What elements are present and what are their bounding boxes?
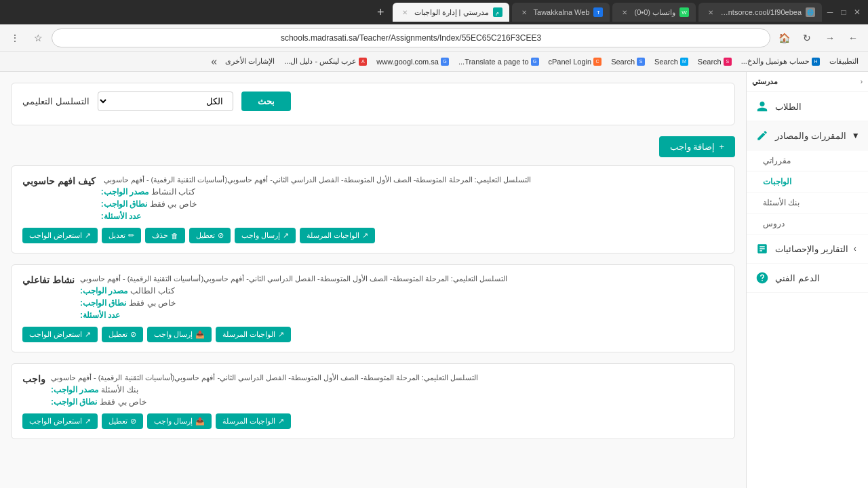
- edit-label-1: تعديل: [108, 231, 125, 240]
- assignment-1-title: كيف افهم حاسوبي: [22, 176, 96, 186]
- edit-icon-1: ✏: [128, 231, 134, 240]
- tab-2-favicon: W: [679, 7, 689, 17]
- tab-1[interactable]: 🌐 https://untsorce.cool/1f90ebea:... ✕: [698, 3, 822, 22]
- bookmark-arablinux-label: عرب لينكس - دليل ال...: [284, 57, 357, 66]
- sidebar-item-mycourses[interactable]: مقرراتي: [747, 150, 868, 171]
- form-row-sequential: بحث الكل المرحلة المتوسطة التسلسل التعلي…: [22, 92, 724, 111]
- reports-icon: [755, 241, 770, 256]
- tab-1-favicon: 🌐: [806, 7, 815, 17]
- send-btn-1[interactable]: ↗ إرسال واجب: [235, 228, 296, 243]
- send-btn-2[interactable]: 📤 إرسال واجب: [147, 327, 212, 342]
- browser-chrome: ✕ □ ─ 🌐 https://untsorce.cool/1f90ebea:.…: [0, 0, 868, 72]
- sidebar-toggle[interactable]: ‹: [861, 78, 863, 85]
- window-restore-btn[interactable]: ─: [825, 7, 835, 18]
- back-button[interactable]: ←: [844, 28, 863, 47]
- disable-btn-1[interactable]: ⊘ تعطيل: [189, 228, 231, 243]
- sequential-select[interactable]: الكل المرحلة المتوسطة: [98, 92, 233, 111]
- browse-btn-2[interactable]: ↗ استعراض الواجب: [22, 327, 98, 342]
- bookmark-hotmail[interactable]: H حساب هوتميل والدخ...: [737, 56, 824, 67]
- assignment-card-3: التسلسل التعليمي: المرحلة المتوسطة- الصف…: [11, 363, 735, 439]
- tab-4[interactable]: م مدرستي | إدارة الواجبات ✕: [393, 3, 509, 22]
- bookmark-google[interactable]: G www.googl.com.sa: [372, 56, 453, 67]
- sent-assignments-btn-1[interactable]: ↗ الواجبات المرسلة: [300, 228, 375, 243]
- assignment-3-source-row: بنك الأسئلة مصدر الواجب:: [51, 385, 138, 394]
- delete-icon-1: 🗑: [171, 232, 178, 240]
- add-icon: +: [719, 142, 724, 152]
- assignment-2-meta: التسلسل التعليمي: المرحلة المتوسطة- الصف…: [80, 274, 507, 320]
- forward-button[interactable]: →: [821, 28, 840, 47]
- disable-icon-1: ⊘: [218, 231, 224, 240]
- bookmark-button[interactable]: ☆: [28, 28, 47, 47]
- disable-btn-3[interactable]: ⊘ تعطيل: [102, 413, 143, 429]
- sidebar-logo: مدرستي: [752, 77, 778, 86]
- send-btn-3[interactable]: 📤 إرسال واجب: [147, 413, 212, 429]
- tab-1-title: https://untsorce.cool/1f90ebea:...: [720, 8, 802, 16]
- sent-assignments-btn-3[interactable]: ↗ الواجبات المرسلة: [216, 413, 291, 429]
- tab-3-close[interactable]: ✕: [519, 7, 530, 18]
- sidebar-mycourses-label: مقرراتي: [763, 156, 791, 165]
- tab-4-close[interactable]: ✕: [399, 7, 410, 18]
- window-close-btn[interactable]: ✕: [852, 7, 863, 18]
- bookmark-msn[interactable]: M Search: [650, 56, 692, 67]
- assignment-3-header: التسلسل التعليمي: المرحلة المتوسطة- الصف…: [22, 373, 724, 407]
- sent-assignments-btn-2[interactable]: ↗ الواجبات المرسلة: [216, 327, 291, 342]
- bookmark-arablinux[interactable]: A عرب لينكس - دليل ال...: [280, 56, 371, 67]
- tab-2-close[interactable]: ✕: [619, 7, 630, 18]
- bookmark-other[interactable]: الإشارات الأخرى: [221, 56, 279, 67]
- bookmark-applications[interactable]: التطبيقات: [825, 56, 863, 67]
- support-icon: [755, 270, 770, 285]
- assignment-2-title: نشاط تفاعلي: [22, 274, 75, 285]
- tab-3-title: Tawakkalna Web: [534, 8, 590, 16]
- main-layout: ‹ مدرستي الطلاب ▼ المقررات والمصادر مقرر…: [0, 72, 868, 488]
- sidebar-item-support[interactable]: الدعم الفني: [747, 264, 868, 293]
- browse-btn-3[interactable]: ↗ استعراض الواجب: [22, 413, 98, 429]
- bookmark-translate[interactable]: G Translate a page to...: [454, 56, 543, 67]
- new-tab-button[interactable]: +: [372, 5, 390, 20]
- reload-button[interactable]: ↻: [797, 28, 816, 47]
- bookmark-msn-icon: M: [680, 58, 688, 66]
- bookmark-google-icon: G: [441, 58, 449, 66]
- bookmark-arablinux-icon: A: [359, 58, 367, 66]
- assignment-3-sequential-value: التسلسل التعليمي: المرحلة المتوسطة- الصف…: [51, 373, 478, 382]
- sidebar-item-questionbank[interactable]: بنك الأسئلة: [747, 192, 868, 214]
- bookmark-msn-label: Search: [654, 58, 678, 66]
- edit-btn-1[interactable]: ✏ تعديل: [102, 228, 141, 243]
- sidebar-item-reports[interactable]: › التقارير والإحصائيات: [747, 235, 868, 264]
- assignment-3-scope-value: خاص بي فقط: [100, 397, 146, 407]
- address-bar[interactable]: [52, 28, 770, 47]
- sidebar-item-resources[interactable]: ▼ المقررات والمصادر: [747, 121, 868, 150]
- assignment-2-sequential-row: التسلسل التعليمي: المرحلة المتوسطة- الصف…: [80, 274, 507, 283]
- bookmark-cpanel[interactable]: C cPanel Login: [545, 56, 606, 67]
- bookmark-search1-icon: S: [637, 58, 645, 66]
- sidebar-item-lessons[interactable]: دروس: [747, 214, 868, 235]
- sidebar-item-assignments[interactable]: الواجبات: [747, 171, 868, 192]
- sent-assignments-label-2: الواجبات المرسلة: [222, 330, 275, 339]
- assignment-3-meta: التسلسل التعليمي: المرحلة المتوسطة- الصف…: [51, 373, 478, 407]
- bookmarks-bar: التطبيقات H حساب هوتميل والدخ... S Searc…: [0, 52, 868, 72]
- search-button[interactable]: بحث: [241, 92, 291, 111]
- tab-2[interactable]: W واتساب (0•0) ✕: [612, 3, 696, 22]
- home-button[interactable]: 🏠: [774, 28, 793, 47]
- tab-3[interactable]: T Tawakkalna Web ✕: [512, 3, 610, 22]
- sidebar-item-students[interactable]: الطلاب: [747, 92, 868, 121]
- bookmarks-expand[interactable]: »: [208, 56, 220, 68]
- send-label-1: إرسال واجب: [241, 231, 280, 240]
- settings-button[interactable]: ⋮: [5, 28, 24, 47]
- disable-icon-3: ⊘: [130, 417, 136, 426]
- sidebar-reports-toggle[interactable]: ›: [854, 244, 856, 253]
- assignment-2-source-row: كتاب الطالب مصدر الواجب:: [80, 286, 175, 296]
- sent-assignments-icon-2: ↗: [278, 330, 284, 339]
- disable-btn-2[interactable]: ⊘ تعطيل: [102, 327, 143, 342]
- bookmark-hotmail-label: حساب هوتميل والدخ...: [741, 57, 810, 66]
- bookmark-google-label: www.googl.com.sa: [376, 58, 439, 66]
- tab-1-close[interactable]: ✕: [705, 7, 716, 18]
- assignment-1-header: التسلسل التعليمي: المرحلة المتوسطة- الصف…: [22, 176, 724, 221]
- assignment-1-source-row: كتاب النشاط مصدر الواجب:: [101, 187, 196, 197]
- add-assignment-button[interactable]: + إضافة واجب: [659, 136, 735, 157]
- browse-btn-1[interactable]: ↗ استعراض الواجب: [22, 228, 98, 243]
- sidebar-resources-toggle[interactable]: ▼: [852, 131, 860, 140]
- bookmark-search1[interactable]: S Search: [607, 56, 649, 67]
- window-minimize-btn[interactable]: □: [838, 7, 849, 18]
- delete-btn-1[interactable]: 🗑 حذف: [145, 228, 185, 243]
- bookmark-search2[interactable]: S Search: [694, 56, 736, 67]
